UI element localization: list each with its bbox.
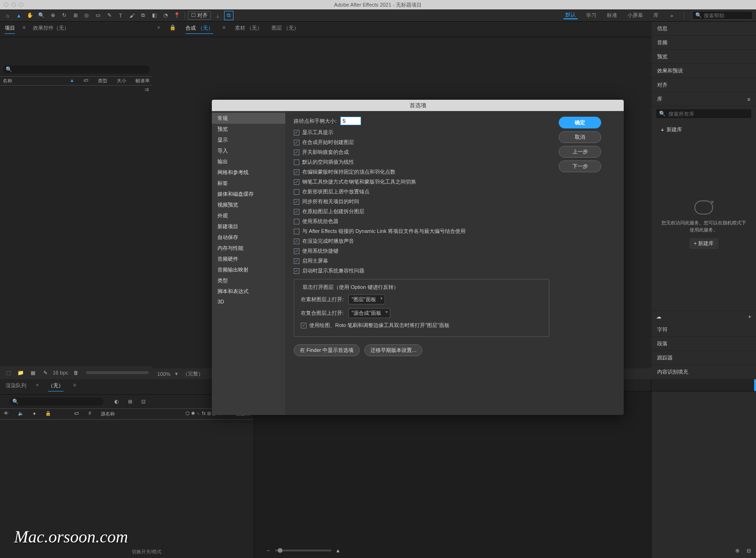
close-window-button[interactable] [4,2,8,7]
prefs-checkbox-3[interactable] [294,159,299,165]
col-source[interactable]: 源名称 [101,411,176,417]
trash-icon[interactable]: 🗑 [71,368,80,377]
folder-icon[interactable]: 📁 [16,368,25,377]
panel-menu-icon[interactable]: ≡ [223,24,225,34]
panel-character[interactable]: 字符 [651,323,756,337]
panel-align[interactable]: 对齐 [651,78,756,92]
tab-lock-icon[interactable]: 🔒 [169,24,176,34]
snap-opt1-icon[interactable]: ⟂ [213,11,222,20]
tab-footage[interactable]: 素材 （无） [235,24,262,34]
rotate-tool-icon[interactable]: ↻ [59,11,69,20]
workspace-tab-standard[interactable]: 标准 [605,12,619,19]
col-sort-icon[interactable]: ▲ [70,78,74,84]
eye-icon[interactable]: 👁 [4,411,8,417]
prefs-checkbox-8[interactable] [294,209,299,215]
prefs-cat-audiomap[interactable]: 音频输出映射 [212,264,285,275]
prefs-cat-output[interactable]: 输出 [212,156,285,167]
prefs-cat-preview[interactable]: 预览 [212,124,285,135]
solo-icon[interactable]: ● [33,411,36,417]
cloud-sync-icon[interactable]: ☁ [656,314,661,320]
prefs-checkbox-5[interactable] [294,179,299,185]
tab-close-icon[interactable]: × [36,382,39,391]
prefs-cat-general[interactable]: 常规 [212,113,285,124]
project-search-input[interactable] [12,67,147,72]
selection-tool-icon[interactable]: ▲ [14,11,24,20]
panel-menu-icon[interactable]: ≡ [748,96,750,102]
prefs-checkbox-11[interactable] [294,239,299,244]
prefs-checkbox-12[interactable] [294,248,299,254]
tab-timeline-none[interactable]: （无） [48,382,64,391]
prev-button[interactable]: 上一步 [559,146,601,158]
next-button[interactable]: 下一步 [559,160,601,172]
tab-project[interactable]: 项目 [5,24,15,34]
prefs-cat-scripts[interactable]: 脚本和表达式 [212,286,285,297]
prefs-checkbox-2[interactable] [294,150,299,155]
home-icon[interactable]: ⌂ [3,11,12,20]
type-tool-icon[interactable]: T [116,11,125,20]
workspace-overflow-icon[interactable]: » [667,11,676,20]
adjust-icon[interactable]: ✎ [40,368,50,377]
interpret-icon[interactable]: ⬚ [4,368,13,377]
library-search-input[interactable] [668,111,748,117]
comp-icon[interactable]: ▦ [28,368,38,377]
tab-layer[interactable]: 图层 （无） [272,24,299,34]
prefs-checkbox-1[interactable] [294,140,299,145]
panel-menu-icon[interactable]: ≡ [73,382,76,391]
migrate-button[interactable]: 迁移早期版本设置... [364,344,422,356]
workspace-tab-learn[interactable]: 学习 [584,12,598,19]
col-size[interactable]: 大小 [117,78,126,84]
snap-opt2-icon[interactable]: ⧉ [224,11,233,20]
panel-preview[interactable]: 预览 [651,50,756,64]
clone-tool-icon[interactable]: ⧉ [138,11,148,20]
tl-opt1-icon[interactable]: ⊕ [732,546,742,555]
tag-icon[interactable]: 🏷 [74,411,79,417]
prefs-cat-3d[interactable]: 3D [212,297,285,306]
brush-tool-icon[interactable]: 🖌 [127,11,137,20]
tab-close-icon[interactable]: × [157,24,160,34]
prefs-checkbox-4[interactable] [294,169,299,175]
prefs-checkbox-7[interactable] [294,199,299,205]
project-search[interactable]: 🔍 [3,65,150,73]
paint-dblclick-checkbox[interactable] [301,323,306,328]
snap-toggle[interactable]: ☐ 对齐 [188,11,211,20]
zoom-out-icon[interactable]: − [264,546,273,555]
help-search[interactable]: 🔍 [692,11,753,20]
shape-tool-icon[interactable]: ▭ [93,11,103,20]
bpc-label[interactable]: 16 bpc [53,370,68,375]
lock-icon[interactable]: 🔒 [45,411,51,417]
prefs-cat-display[interactable]: 显示 [212,135,285,145]
prefs-checkbox-14[interactable] [294,268,299,274]
zoom-value[interactable]: 100% [157,371,170,377]
orbit-tool-icon[interactable]: ⊕ [48,11,57,20]
prefs-checkbox-13[interactable] [294,258,299,264]
cancel-button[interactable]: 取消 [559,131,601,143]
comp-open-select[interactable]: "源合成"面板 [348,308,390,318]
tl-icon-3[interactable]: ⊡ [138,397,148,407]
workspace-tab-default[interactable]: 默认 [563,11,578,19]
tl-icon-2[interactable]: ⊞ [125,397,135,407]
minimize-window-button[interactable] [11,2,16,7]
prefs-checkbox-6[interactable] [294,189,299,195]
chevron-down-icon[interactable]: ▾ [175,371,178,377]
prefs-cat-appearance[interactable]: 外观 [212,210,285,221]
project-bin[interactable] [0,94,153,366]
prefs-cat-audiohw[interactable]: 音频硬件 [212,254,285,264]
panel-audio[interactable]: 音频 [651,36,756,50]
panel-tracker[interactable]: 跟踪器 [651,351,756,365]
workspace-tab-small[interactable]: 小屏幕 [626,12,645,19]
prefs-cat-video[interactable]: 视频预览 [212,199,285,210]
prefs-checkbox-0[interactable] [294,130,299,136]
tl-opt2-icon[interactable]: ⊟ [744,546,753,555]
ok-button[interactable]: 确定 [559,117,601,128]
hand-tool-icon[interactable]: ✋ [25,11,35,20]
eraser-tool-icon[interactable]: ◧ [150,11,159,20]
panel-paragraph[interactable]: 段落 [651,337,756,351]
prefs-cat-import[interactable]: 导入 [212,145,285,156]
res-status[interactable]: （完整） [183,370,203,377]
speaker-icon[interactable]: 🔈 [18,411,24,417]
zoom-in-icon[interactable]: ▲ [333,546,343,555]
puppet-tool-icon[interactable]: 📍 [172,11,182,20]
prefs-checkbox-9[interactable] [294,219,299,224]
tab-effect-controls[interactable]: 效果控件（无） [33,24,69,34]
panel-contentaware[interactable]: 内容识别填充 [651,365,756,379]
